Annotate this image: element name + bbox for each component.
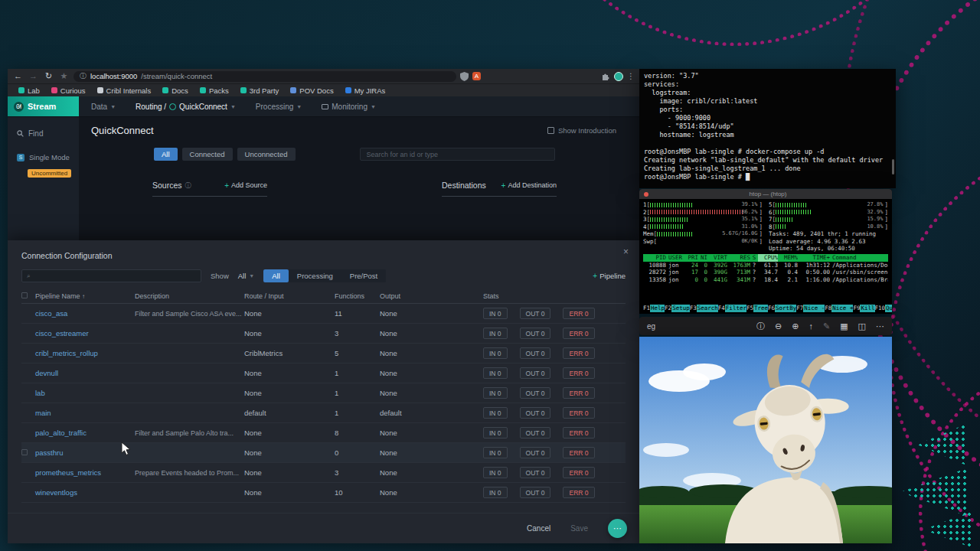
tab-all[interactable]: All <box>263 269 289 282</box>
fkey-f8[interactable]: F8Nice + <box>825 305 853 312</box>
extension-icon[interactable]: A <box>472 72 481 80</box>
htop-titlebar[interactable]: htop — (htop) <box>639 189 892 199</box>
stat-in-button[interactable]: IN 0 <box>483 467 508 478</box>
bookmark-item[interactable]: Docs <box>162 86 188 95</box>
stat-err-button[interactable]: ERR 0 <box>563 447 594 458</box>
table-row[interactable]: wineventlogsNone10NoneIN 0OUT 0ERR 0 <box>21 483 626 503</box>
stat-in-button[interactable]: IN 0 <box>483 347 508 359</box>
close-icon[interactable]: × <box>623 246 629 257</box>
save-button[interactable]: Save <box>570 524 588 533</box>
fkey-f6[interactable]: F6SortBy <box>768 305 796 312</box>
pipeline-name-link[interactable]: main <box>35 409 135 417</box>
terminal-scrollbar[interactable] <box>892 159 894 174</box>
stat-out-button[interactable]: OUT 0 <box>520 308 551 319</box>
stat-out-button[interactable]: OUT 0 <box>520 467 551 478</box>
stat-out-button[interactable]: OUT 0 <box>520 427 551 439</box>
process-col-pri[interactable]: PRI <box>686 254 698 262</box>
layout-icon[interactable]: ▦ <box>840 321 848 331</box>
search-input[interactable] <box>360 148 555 161</box>
process-col-cpu[interactable]: CPU% <box>758 254 778 262</box>
pipeline-name-link[interactable]: prometheus_metrics <box>35 468 135 477</box>
show-dropdown[interactable]: All ▼ <box>238 272 255 280</box>
stat-err-button[interactable]: ERR 0 <box>563 427 594 439</box>
bookmark-item[interactable]: My JIRAs <box>345 86 386 95</box>
add-pipeline-button[interactable]: + Pipeline <box>593 272 626 280</box>
bookmark-item[interactable]: Packs <box>200 86 229 95</box>
nav-data[interactable]: Data▼ <box>91 103 116 111</box>
col-pipeline-name[interactable]: Pipeline Name ↑ <box>35 292 135 300</box>
fkey-f3[interactable]: F3Search <box>690 305 718 312</box>
stat-out-button[interactable]: OUT 0 <box>520 487 551 498</box>
stat-out-button[interactable]: OUT 0 <box>520 387 551 399</box>
process-col-pid[interactable]: PID <box>643 254 666 262</box>
pipeline-name-link[interactable]: passthru <box>35 448 135 457</box>
pipeline-name-link[interactable]: wineventlogs <box>35 488 135 497</box>
extensions-puzzle-icon[interactable] <box>601 72 610 81</box>
browser-menu-icon[interactable]: ⋮ <box>627 72 635 80</box>
stat-err-button[interactable]: ERR 0 <box>563 407 594 419</box>
fkey-f1[interactable]: F1Help <box>643 305 665 312</box>
process-col-s[interactable]: S <box>750 254 758 262</box>
table-row[interactable]: cisco_estreamerNone3NoneIN 0OUT 0ERR 0 <box>21 324 626 344</box>
cancel-button[interactable]: Cancel <box>527 524 550 533</box>
back-icon[interactable]: ← <box>12 69 24 83</box>
process-col-user[interactable]: USER <box>666 254 686 262</box>
stat-err-button[interactable]: ERR 0 <box>563 387 594 399</box>
fkey-f9[interactable]: F9Kill <box>853 305 874 312</box>
stat-in-button[interactable]: IN 0 <box>483 308 508 319</box>
stat-in-button[interactable]: IN 0 <box>483 328 508 339</box>
process-col-res[interactable]: RES <box>727 254 750 262</box>
fkey-f4[interactable]: F4Filter <box>718 305 746 312</box>
pipeline-name-link[interactable]: devnull <box>35 369 135 377</box>
stat-in-button[interactable]: IN 0 <box>483 447 508 458</box>
zoom-in-icon[interactable]: ⊕ <box>792 321 799 331</box>
process-col-time[interactable]: TIME+ <box>798 254 830 262</box>
stat-err-button[interactable]: ERR 0 <box>563 487 594 498</box>
show-introduction-button[interactable]: Show Introduction <box>547 126 616 135</box>
process-col-virt[interactable]: VIRT <box>707 254 727 262</box>
add-source-button[interactable]: + Add Source <box>224 181 267 190</box>
process-col-mem[interactable]: MEM% <box>778 254 798 262</box>
stat-in-button[interactable]: IN 0 <box>483 487 508 498</box>
info-icon[interactable]: ⓘ <box>756 321 765 332</box>
crop-icon[interactable]: ◫ <box>858 321 866 331</box>
table-row[interactable]: labNone1NoneIN 0OUT 0ERR 0 <box>21 383 626 403</box>
stat-out-button[interactable]: OUT 0 <box>520 328 551 339</box>
site-info-icon[interactable]: ⓘ <box>80 71 87 81</box>
tab-processing[interactable]: Processing <box>289 269 341 282</box>
bookmark-item[interactable]: POV Docs <box>290 86 333 95</box>
row-checkbox[interactable] <box>21 448 35 457</box>
table-row[interactable]: devnullNone1NoneIN 0OUT 0ERR 0 <box>21 364 626 383</box>
stat-out-button[interactable]: OUT 0 <box>520 447 551 458</box>
pipeline-name-link[interactable]: palo_alto_traffic <box>35 429 135 437</box>
stat-out-button[interactable]: OUT 0 <box>520 347 551 359</box>
sidebar-single-mode[interactable]: S Single Mode <box>8 150 79 165</box>
markup-pencil-icon[interactable]: ✎ <box>823 321 830 331</box>
more-icon[interactable]: ⋯ <box>876 321 884 331</box>
stat-err-button[interactable]: ERR 0 <box>563 367 594 379</box>
process-col-command[interactable]: Command <box>830 254 888 262</box>
nav-monitoring[interactable]: Monitoring▼ <box>322 103 376 111</box>
process-col-ni[interactable]: NI <box>698 254 707 262</box>
table-row[interactable]: palo_alto_trafficFilter and Sample Palo … <box>21 423 626 443</box>
terminal-window[interactable]: version: "3.7"services: logstream: image… <box>639 69 896 188</box>
stat-in-button[interactable]: IN 0 <box>483 387 508 399</box>
table-row[interactable]: cisco_asaFilter and Sample Cisco ASA eve… <box>21 304 626 324</box>
col-functions[interactable]: Functions <box>335 292 380 300</box>
pipeline-name-link[interactable]: lab <box>35 389 135 397</box>
shield-icon[interactable] <box>460 72 469 81</box>
stat-err-button[interactable]: ERR 0 <box>563 347 594 359</box>
col-output[interactable]: Output <box>380 292 483 300</box>
profile-avatar[interactable] <box>614 72 623 81</box>
address-bar[interactable]: ⓘ localhost:9000/stream/quick-connect <box>74 71 456 82</box>
zoom-out-icon[interactable]: ⊖ <box>775 321 782 331</box>
stat-out-button[interactable]: OUT 0 <box>520 367 551 379</box>
stat-err-button[interactable]: ERR 0 <box>563 467 594 478</box>
pipeline-name-link[interactable]: cribl_metrics_rollup <box>35 349 135 357</box>
table-row[interactable]: cribl_metrics_rollupCriblMetrics5NoneIN … <box>21 344 626 364</box>
share-icon[interactable]: ↑ <box>808 321 813 331</box>
bookmark-item[interactable]: Curious <box>51 86 86 95</box>
brand-stream[interactable]: ᘛ Stream <box>8 96 79 116</box>
nav-routing-quickconnect[interactable]: Routing / QuickConnect▼ <box>136 103 236 111</box>
fkey-f7[interactable]: F7Nice - <box>796 305 825 312</box>
